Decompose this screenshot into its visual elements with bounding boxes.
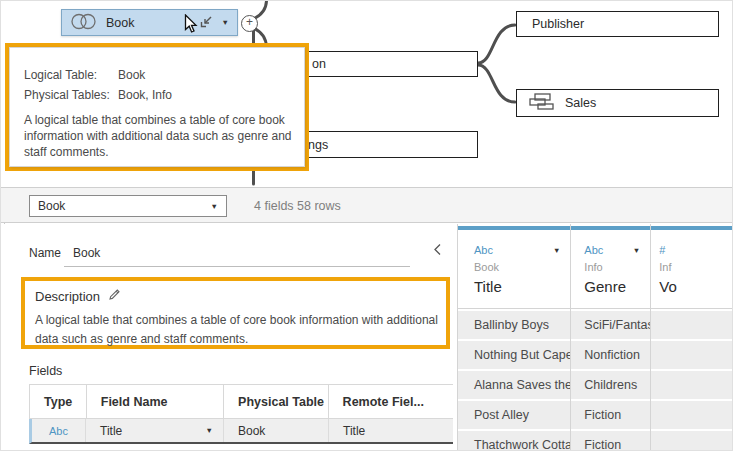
description-text: A logical table that combines a table of…	[35, 311, 450, 349]
tooltip-description: A logical table that combines a table of…	[24, 112, 296, 160]
chevron-down-icon[interactable]: ▼	[553, 246, 560, 255]
column-cells: Ballinby Boys Nothing But Capers Alanna …	[458, 311, 570, 451]
field-type-number: #	[659, 244, 665, 256]
grid-cell	[651, 341, 733, 369]
name-label: Name	[29, 246, 61, 260]
field-name-cell[interactable]: Title ▼	[86, 419, 224, 442]
column-cells	[651, 311, 733, 451]
grid-cell: Childrens	[571, 371, 650, 399]
grid-cell: Post Alley	[458, 401, 570, 429]
fields-section-label: Fields	[29, 364, 62, 378]
node-label: Publisher	[532, 17, 584, 31]
column-table-name: Book	[474, 261, 560, 273]
node-publisher[interactable]: Publisher	[516, 11, 719, 37]
column-header-type[interactable]: Type	[30, 385, 87, 418]
fields-rows-summary: 4 fields 58 rows	[254, 188, 341, 224]
field-remote-field-cell: Title	[329, 419, 453, 442]
grid-cell: Nothing But Capers	[458, 341, 570, 369]
column-header-field-name[interactable]: Field Name	[87, 385, 224, 418]
table-tooltip: Logical Table: Book Physical Tables: Boo…	[9, 47, 305, 167]
grid-cell: Alanna Saves the Day	[458, 371, 570, 399]
table-details-toolbar: Book ▼ 4 fields 58 rows	[1, 187, 733, 223]
column-header-remote-field[interactable]: Remote Fiel...	[329, 385, 453, 418]
node-label: Sales	[565, 96, 596, 110]
relationship-canvas[interactable]: on ngs Publisher Sales	[1, 1, 733, 187]
grid-cell: Fiction	[571, 401, 650, 429]
physical-tables-label: Physical Tables:	[24, 88, 118, 102]
fields-table-header: Type Field Name Physical Table Remote Fi…	[29, 384, 453, 419]
grid-cell	[651, 401, 733, 429]
collapse-panel-button[interactable]	[433, 242, 447, 256]
field-type-abc: Abc	[584, 244, 603, 256]
metadata-panel: Name Book Description	[1, 224, 453, 451]
collapse-icon[interactable]	[200, 15, 213, 31]
description-highlight: Description A logical table that combine…	[21, 277, 450, 349]
column-header[interactable]: Abc ▼ Info Genre	[571, 230, 650, 309]
grid-cell: Nonfiction	[571, 341, 650, 369]
fields-table: Type Field Name Physical Table Remote Fi…	[29, 384, 453, 444]
node-book[interactable]: Book ▼	[61, 9, 238, 36]
column-field-name: Vo	[659, 278, 724, 295]
column-field-name: Genre	[584, 278, 640, 295]
mouse-cursor-icon	[184, 14, 198, 38]
column-field-name: Title	[474, 278, 560, 295]
node-label: on	[312, 57, 326, 71]
column-header-physical-table[interactable]: Physical Table	[224, 385, 329, 418]
plus-icon: +	[246, 15, 253, 29]
chevron-down-icon[interactable]: ▼	[222, 18, 229, 27]
table-details-content: Name Book Description	[1, 224, 733, 451]
pencil-icon[interactable]	[108, 287, 121, 305]
grid-cell: Thatchwork Cottage	[458, 431, 570, 451]
physical-tables-value: Book, Info	[118, 88, 172, 102]
node-label: ngs	[308, 138, 328, 152]
grid-column-clipped: # Inf Vo	[650, 224, 733, 451]
table-selector-dropdown[interactable]: Book ▼	[29, 195, 227, 217]
column-cells: SciFi/Fantasy Nonfiction Childrens Ficti…	[571, 311, 650, 451]
chevron-down-icon: ▼	[211, 202, 218, 211]
table-tooltip-highlight: Logical Table: Book Physical Tables: Boo…	[5, 43, 309, 171]
field-row-title[interactable]: Abc Title ▼ Book Title	[29, 419, 453, 444]
add-table-button[interactable]: +	[241, 15, 258, 32]
grid-cell	[651, 431, 733, 451]
column-header[interactable]: Abc ▼ Book Title	[458, 230, 570, 309]
field-type-abc: Abc	[32, 419, 86, 442]
grid-cell: Fiction	[571, 431, 650, 451]
field-name-value: Title	[100, 424, 122, 438]
name-input-underline	[64, 266, 410, 267]
column-table-name: Inf	[659, 261, 724, 273]
venn-diagram-icon	[70, 13, 98, 33]
grid-cell	[651, 311, 733, 339]
chevron-down-icon[interactable]: ▼	[206, 426, 213, 435]
column-header[interactable]: # Inf Vo	[651, 230, 733, 309]
grid-column-title: Abc ▼ Book Title Ballinby Boys Nothing B…	[457, 224, 570, 451]
grid-column-genre: Abc ▼ Info Genre SciFi/Fantasy Nonfictio…	[570, 224, 650, 451]
column-table-name: Info	[584, 261, 640, 273]
data-preview-grid: Abc ▼ Book Title Ballinby Boys Nothing B…	[457, 224, 733, 451]
union-icon	[529, 93, 555, 113]
data-source-page: on ngs Publisher Sales	[0, 0, 733, 451]
grid-cell: Ballinby Boys	[458, 311, 570, 339]
logical-table-value: Book	[118, 68, 145, 82]
grid-cell: SciFi/Fantasy	[571, 311, 650, 339]
name-input[interactable]: Book	[73, 246, 100, 260]
node-sales[interactable]: Sales	[516, 89, 719, 117]
table-selector-value: Book	[38, 199, 65, 213]
logical-table-label: Logical Table:	[24, 68, 118, 82]
description-label: Description	[35, 289, 100, 304]
chevron-down-icon[interactable]: ▼	[633, 246, 640, 255]
field-physical-table-cell: Book	[224, 419, 329, 442]
grid-cell	[651, 371, 733, 399]
field-type-abc: Abc	[474, 244, 493, 256]
